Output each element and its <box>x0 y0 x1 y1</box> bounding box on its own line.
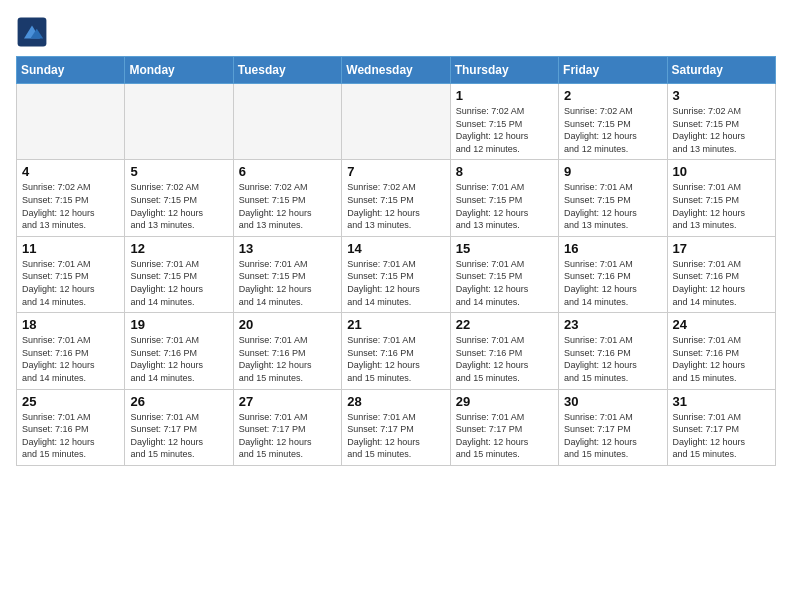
calendar-cell: 22Sunrise: 7:01 AM Sunset: 7:16 PM Dayli… <box>450 313 558 389</box>
day-info: Sunrise: 7:01 AM Sunset: 7:15 PM Dayligh… <box>673 181 770 231</box>
calendar-cell <box>233 84 341 160</box>
day-number: 26 <box>130 394 227 409</box>
calendar-week-2: 4Sunrise: 7:02 AM Sunset: 7:15 PM Daylig… <box>17 160 776 236</box>
weekday-header-saturday: Saturday <box>667 57 775 84</box>
calendar-cell: 9Sunrise: 7:01 AM Sunset: 7:15 PM Daylig… <box>559 160 667 236</box>
day-number: 10 <box>673 164 770 179</box>
calendar-week-1: 1Sunrise: 7:02 AM Sunset: 7:15 PM Daylig… <box>17 84 776 160</box>
day-number: 9 <box>564 164 661 179</box>
day-number: 1 <box>456 88 553 103</box>
calendar-cell: 19Sunrise: 7:01 AM Sunset: 7:16 PM Dayli… <box>125 313 233 389</box>
calendar-cell: 23Sunrise: 7:01 AM Sunset: 7:16 PM Dayli… <box>559 313 667 389</box>
day-info: Sunrise: 7:01 AM Sunset: 7:17 PM Dayligh… <box>239 411 336 461</box>
day-info: Sunrise: 7:01 AM Sunset: 7:16 PM Dayligh… <box>564 334 661 384</box>
day-info: Sunrise: 7:01 AM Sunset: 7:16 PM Dayligh… <box>456 334 553 384</box>
calendar-cell: 1Sunrise: 7:02 AM Sunset: 7:15 PM Daylig… <box>450 84 558 160</box>
day-info: Sunrise: 7:01 AM Sunset: 7:16 PM Dayligh… <box>673 334 770 384</box>
weekday-header-monday: Monday <box>125 57 233 84</box>
day-info: Sunrise: 7:02 AM Sunset: 7:15 PM Dayligh… <box>22 181 119 231</box>
day-number: 16 <box>564 241 661 256</box>
page-header <box>16 16 776 48</box>
calendar-cell: 14Sunrise: 7:01 AM Sunset: 7:15 PM Dayli… <box>342 236 450 312</box>
day-info: Sunrise: 7:02 AM Sunset: 7:15 PM Dayligh… <box>130 181 227 231</box>
day-info: Sunrise: 7:01 AM Sunset: 7:16 PM Dayligh… <box>347 334 444 384</box>
calendar-cell: 13Sunrise: 7:01 AM Sunset: 7:15 PM Dayli… <box>233 236 341 312</box>
day-number: 8 <box>456 164 553 179</box>
day-info: Sunrise: 7:01 AM Sunset: 7:15 PM Dayligh… <box>130 258 227 308</box>
day-number: 15 <box>456 241 553 256</box>
day-info: Sunrise: 7:01 AM Sunset: 7:17 PM Dayligh… <box>130 411 227 461</box>
calendar-cell: 7Sunrise: 7:02 AM Sunset: 7:15 PM Daylig… <box>342 160 450 236</box>
calendar-cell <box>125 84 233 160</box>
calendar-cell <box>342 84 450 160</box>
calendar-cell: 8Sunrise: 7:01 AM Sunset: 7:15 PM Daylig… <box>450 160 558 236</box>
day-info: Sunrise: 7:01 AM Sunset: 7:15 PM Dayligh… <box>456 181 553 231</box>
calendar-cell: 12Sunrise: 7:01 AM Sunset: 7:15 PM Dayli… <box>125 236 233 312</box>
day-number: 30 <box>564 394 661 409</box>
weekday-header-row: SundayMondayTuesdayWednesdayThursdayFrid… <box>17 57 776 84</box>
weekday-header-wednesday: Wednesday <box>342 57 450 84</box>
day-number: 12 <box>130 241 227 256</box>
day-info: Sunrise: 7:02 AM Sunset: 7:15 PM Dayligh… <box>673 105 770 155</box>
calendar-cell: 30Sunrise: 7:01 AM Sunset: 7:17 PM Dayli… <box>559 389 667 465</box>
day-info: Sunrise: 7:01 AM Sunset: 7:17 PM Dayligh… <box>456 411 553 461</box>
day-number: 7 <box>347 164 444 179</box>
calendar-cell: 20Sunrise: 7:01 AM Sunset: 7:16 PM Dayli… <box>233 313 341 389</box>
day-number: 31 <box>673 394 770 409</box>
calendar-cell: 24Sunrise: 7:01 AM Sunset: 7:16 PM Dayli… <box>667 313 775 389</box>
day-number: 11 <box>22 241 119 256</box>
day-number: 25 <box>22 394 119 409</box>
day-info: Sunrise: 7:01 AM Sunset: 7:15 PM Dayligh… <box>347 258 444 308</box>
day-info: Sunrise: 7:01 AM Sunset: 7:17 PM Dayligh… <box>564 411 661 461</box>
day-info: Sunrise: 7:01 AM Sunset: 7:15 PM Dayligh… <box>22 258 119 308</box>
calendar-cell: 16Sunrise: 7:01 AM Sunset: 7:16 PM Dayli… <box>559 236 667 312</box>
weekday-header-sunday: Sunday <box>17 57 125 84</box>
day-info: Sunrise: 7:01 AM Sunset: 7:16 PM Dayligh… <box>673 258 770 308</box>
day-info: Sunrise: 7:02 AM Sunset: 7:15 PM Dayligh… <box>564 105 661 155</box>
day-info: Sunrise: 7:01 AM Sunset: 7:16 PM Dayligh… <box>239 334 336 384</box>
day-info: Sunrise: 7:01 AM Sunset: 7:16 PM Dayligh… <box>564 258 661 308</box>
calendar-cell: 17Sunrise: 7:01 AM Sunset: 7:16 PM Dayli… <box>667 236 775 312</box>
calendar-cell: 29Sunrise: 7:01 AM Sunset: 7:17 PM Dayli… <box>450 389 558 465</box>
day-info: Sunrise: 7:01 AM Sunset: 7:15 PM Dayligh… <box>456 258 553 308</box>
calendar-cell: 2Sunrise: 7:02 AM Sunset: 7:15 PM Daylig… <box>559 84 667 160</box>
day-number: 19 <box>130 317 227 332</box>
day-number: 13 <box>239 241 336 256</box>
day-info: Sunrise: 7:01 AM Sunset: 7:15 PM Dayligh… <box>564 181 661 231</box>
weekday-header-friday: Friday <box>559 57 667 84</box>
calendar-cell: 3Sunrise: 7:02 AM Sunset: 7:15 PM Daylig… <box>667 84 775 160</box>
day-number: 3 <box>673 88 770 103</box>
day-number: 29 <box>456 394 553 409</box>
day-info: Sunrise: 7:01 AM Sunset: 7:17 PM Dayligh… <box>673 411 770 461</box>
logo-icon <box>16 16 48 48</box>
day-number: 18 <box>22 317 119 332</box>
day-number: 28 <box>347 394 444 409</box>
day-number: 14 <box>347 241 444 256</box>
logo <box>16 16 52 48</box>
day-number: 2 <box>564 88 661 103</box>
calendar-cell: 6Sunrise: 7:02 AM Sunset: 7:15 PM Daylig… <box>233 160 341 236</box>
calendar-table: SundayMondayTuesdayWednesdayThursdayFrid… <box>16 56 776 466</box>
calendar-cell: 26Sunrise: 7:01 AM Sunset: 7:17 PM Dayli… <box>125 389 233 465</box>
calendar-cell: 25Sunrise: 7:01 AM Sunset: 7:16 PM Dayli… <box>17 389 125 465</box>
day-number: 27 <box>239 394 336 409</box>
day-number: 4 <box>22 164 119 179</box>
day-info: Sunrise: 7:01 AM Sunset: 7:15 PM Dayligh… <box>239 258 336 308</box>
calendar-cell: 15Sunrise: 7:01 AM Sunset: 7:15 PM Dayli… <box>450 236 558 312</box>
day-info: Sunrise: 7:01 AM Sunset: 7:16 PM Dayligh… <box>22 334 119 384</box>
day-number: 17 <box>673 241 770 256</box>
day-info: Sunrise: 7:02 AM Sunset: 7:15 PM Dayligh… <box>347 181 444 231</box>
calendar-week-3: 11Sunrise: 7:01 AM Sunset: 7:15 PM Dayli… <box>17 236 776 312</box>
day-number: 23 <box>564 317 661 332</box>
calendar-cell: 28Sunrise: 7:01 AM Sunset: 7:17 PM Dayli… <box>342 389 450 465</box>
day-info: Sunrise: 7:01 AM Sunset: 7:16 PM Dayligh… <box>130 334 227 384</box>
calendar-week-4: 18Sunrise: 7:01 AM Sunset: 7:16 PM Dayli… <box>17 313 776 389</box>
day-number: 24 <box>673 317 770 332</box>
day-number: 21 <box>347 317 444 332</box>
calendar-week-5: 25Sunrise: 7:01 AM Sunset: 7:16 PM Dayli… <box>17 389 776 465</box>
day-info: Sunrise: 7:02 AM Sunset: 7:15 PM Dayligh… <box>239 181 336 231</box>
day-info: Sunrise: 7:01 AM Sunset: 7:17 PM Dayligh… <box>347 411 444 461</box>
calendar-cell: 21Sunrise: 7:01 AM Sunset: 7:16 PM Dayli… <box>342 313 450 389</box>
weekday-header-thursday: Thursday <box>450 57 558 84</box>
calendar-cell: 5Sunrise: 7:02 AM Sunset: 7:15 PM Daylig… <box>125 160 233 236</box>
